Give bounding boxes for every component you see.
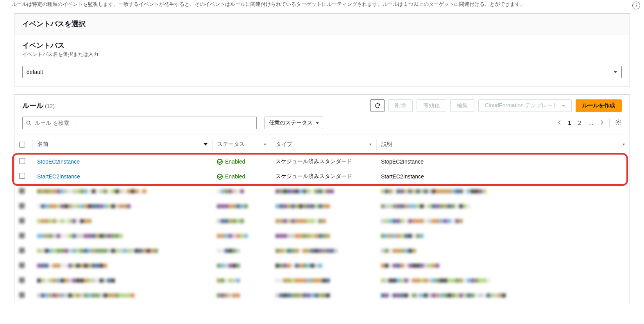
- cf-template-label: CloudFormation テンプレート: [485, 102, 558, 109]
- pagination-prev[interactable]: [558, 120, 562, 126]
- rules-count: (12): [45, 103, 55, 109]
- pagination: 1 2 …: [558, 119, 622, 127]
- status-filter[interactable]: 任意のステータス: [265, 117, 323, 129]
- chevron-down-icon: [614, 71, 617, 73]
- table-row-redacted: [14, 184, 630, 199]
- svg-point-0: [27, 121, 30, 124]
- pagination-page-2[interactable]: 2: [577, 120, 582, 126]
- table-row: StopEC2InstanceEnabledスケジュール済みスタンダードStop…: [14, 154, 630, 169]
- sort-icon: [204, 143, 208, 146]
- delete-button[interactable]: 削除: [388, 99, 413, 112]
- gear-icon: [615, 119, 622, 126]
- rule-type: スケジュール済みスタンダード: [271, 154, 376, 169]
- rule-name-link[interactable]: StartEC2Instance: [37, 173, 80, 180]
- info-icon[interactable]: i: [632, 2, 640, 9]
- status-badge: Enabled: [217, 158, 245, 165]
- pagination-next[interactable]: [600, 120, 604, 126]
- settings-button[interactable]: [615, 119, 622, 127]
- sort-icon: [369, 144, 372, 146]
- select-all-checkbox[interactable]: [19, 142, 25, 148]
- status-filter-label: 任意のステータス: [269, 119, 313, 126]
- table-row-redacted: [14, 258, 630, 273]
- rule-type: スケジュール済みスタンダード: [271, 169, 376, 184]
- page-description: ルールは特定の種類のイベントを監視します。一致するイベントが発生すると、そのイベ…: [3, 0, 641, 10]
- pagination-page-1[interactable]: 1: [567, 120, 572, 126]
- column-header-status[interactable]: ステータス: [217, 141, 245, 148]
- sort-icon: [264, 144, 266, 146]
- rule-name-link[interactable]: StopEC2Instance: [37, 158, 80, 165]
- table-row-redacted: [14, 288, 630, 303]
- table-row: StartEC2InstanceEnabledスケジュール済みスタンダードSta…: [14, 169, 630, 184]
- cloudformation-template-button[interactable]: CloudFormation テンプレート: [478, 99, 572, 112]
- rule-description: StartEC2Instance: [376, 169, 630, 184]
- rules-table: 名前 ステータス タイプ 説明: [14, 135, 630, 303]
- refresh-icon: [374, 103, 381, 109]
- divider: [609, 119, 610, 127]
- status-badge: Enabled: [217, 173, 245, 180]
- edit-button[interactable]: 編集: [450, 99, 474, 112]
- rule-description: StopEC2Instance: [376, 154, 630, 169]
- svg-point-2: [617, 121, 619, 123]
- create-rule-button[interactable]: ルールを作成: [576, 99, 622, 112]
- table-row-redacted: [14, 243, 630, 258]
- chevron-down-icon: [316, 122, 319, 124]
- check-circle-icon: [217, 174, 223, 180]
- row-checkbox[interactable]: [19, 173, 25, 179]
- table-row-redacted: [14, 229, 630, 243]
- eventbus-panel-header: イベントバスを選択: [14, 14, 630, 34]
- search-input-wrapper: [22, 117, 257, 129]
- rules-panel: ルール (12) 削除 有効化 編集 CloudFormation テンプレート…: [14, 94, 630, 303]
- eventbus-panel: イベントバスを選択 イベントバス イベントバス名を選択または入力 default: [14, 13, 630, 86]
- enable-button[interactable]: 有効化: [417, 99, 446, 112]
- eventbus-hint: イベントバス名を選択または入力: [22, 51, 622, 58]
- eventbus-select[interactable]: default: [22, 66, 622, 78]
- check-circle-icon: [217, 159, 223, 165]
- column-header-name[interactable]: 名前: [38, 141, 48, 148]
- search-icon: [26, 120, 32, 126]
- refresh-button[interactable]: [370, 99, 385, 112]
- table-row-redacted: [14, 273, 630, 288]
- column-header-type[interactable]: タイプ: [276, 141, 292, 148]
- row-checkbox[interactable]: [19, 158, 25, 164]
- svg-line-1: [30, 124, 31, 125]
- chevron-down-icon: [562, 105, 565, 107]
- search-input[interactable]: [35, 120, 253, 126]
- column-header-description[interactable]: 説明: [381, 141, 392, 148]
- rules-title: ルール: [22, 102, 43, 110]
- eventbus-selected-value: default: [27, 69, 43, 75]
- table-row-redacted: [14, 199, 630, 214]
- table-row-redacted: [14, 214, 630, 229]
- sort-icon: [623, 144, 625, 146]
- pagination-ellipsis: …: [587, 120, 594, 126]
- eventbus-label: イベントバス: [22, 41, 622, 50]
